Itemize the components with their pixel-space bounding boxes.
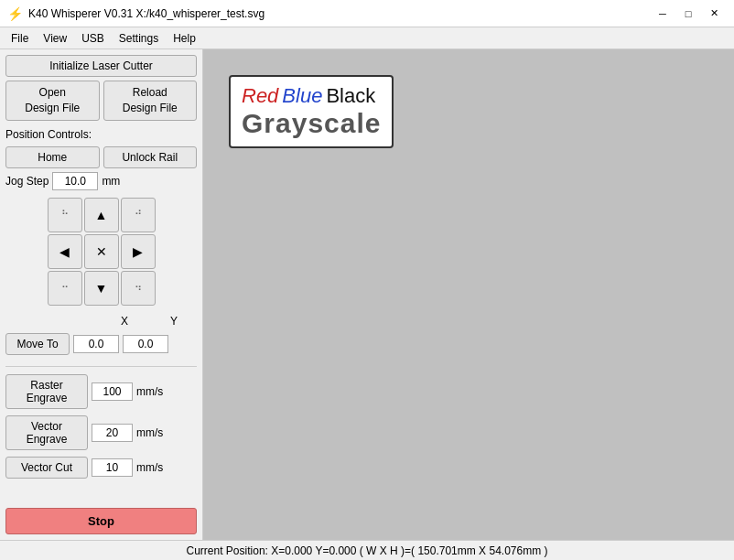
divider-1 xyxy=(5,366,197,367)
jog-down-right-button[interactable]: ⠲ xyxy=(121,271,156,306)
down-arrow-icon: ▼ xyxy=(95,281,108,296)
raster-engrave-row: Raster Engrave mm/s xyxy=(5,374,197,409)
raster-engrave-button[interactable]: Raster Engrave xyxy=(5,374,88,409)
menubar: File View USB Settings Help xyxy=(0,27,734,49)
preview-blue-text: Blue xyxy=(282,84,322,108)
vector-cut-input[interactable] xyxy=(92,458,133,477)
jog-dr-icon: ⠲ xyxy=(135,282,142,294)
vector-engrave-input[interactable] xyxy=(92,424,133,442)
status-text: Current Position: X=0.000 Y=0.000 ( W X … xyxy=(187,544,548,557)
stop-button[interactable]: Stop xyxy=(5,508,197,534)
preview-line1: Red Blue Black xyxy=(242,84,381,108)
preview-black-text: Black xyxy=(326,84,375,108)
center-icon: ✕ xyxy=(96,244,107,259)
vector-engrave-row: Vector Engrave mm/s xyxy=(5,415,197,450)
jog-up-right-button[interactable]: ⠚ xyxy=(121,198,156,232)
left-panel: Initialize Laser Cutter Open Design File… xyxy=(0,49,203,540)
y-coord-label: Y xyxy=(151,315,197,328)
jog-left-button[interactable]: ◀ xyxy=(48,234,82,269)
titlebar-controls: ─ □ ✕ xyxy=(650,4,727,24)
jog-ur-icon: ⠚ xyxy=(135,209,142,221)
raster-engrave-unit: mm/s xyxy=(136,385,163,398)
y-coord-input[interactable] xyxy=(123,335,168,353)
jog-step-label: Jog Step xyxy=(5,175,49,188)
moveto-row: Move To xyxy=(5,333,197,355)
reload-design-button[interactable]: Reload Design File xyxy=(103,81,198,121)
minimize-button[interactable]: ─ xyxy=(650,4,675,24)
menu-settings[interactable]: Settings xyxy=(112,30,166,47)
jog-grid: ⠓ ▲ ⠚ ◀ ✕ ▶ ⠒ ▼ xyxy=(48,198,156,306)
vector-cut-button[interactable]: Vector Cut xyxy=(5,457,88,479)
app-title: K40 Whisperer V0.31 X:/k40_whisperer_tes… xyxy=(28,7,264,20)
jog-up-left-button[interactable]: ⠓ xyxy=(48,198,82,232)
left-arrow-icon: ◀ xyxy=(59,244,70,259)
titlebar-left: ⚡ K40 Whisperer V0.31 X:/k40_whisperer_t… xyxy=(7,6,264,21)
jog-step-unit: mm xyxy=(102,175,120,188)
coord-labels: X Y xyxy=(73,315,197,328)
jog-down-left-button[interactable]: ⠒ xyxy=(48,271,82,306)
x-coord-label: X xyxy=(102,315,147,328)
vector-cut-row: Vector Cut mm/s xyxy=(5,457,197,479)
vector-engrave-button[interactable]: Vector Engrave xyxy=(5,415,88,450)
position-controls-label: Position Controls: xyxy=(5,128,197,141)
jog-step-row: Jog Step mm xyxy=(5,172,197,190)
up-arrow-icon: ▲ xyxy=(95,208,108,222)
raster-engrave-input[interactable] xyxy=(92,382,133,401)
menu-file[interactable]: File xyxy=(4,30,36,47)
close-button[interactable]: ✕ xyxy=(701,4,727,24)
x-coord-input[interactable] xyxy=(73,335,119,353)
home-unlock-row: Home Unlock Rail xyxy=(5,146,197,168)
preview-grayscale-text: Grayscale xyxy=(242,108,381,139)
jog-dl-icon: ⠒ xyxy=(61,282,69,294)
main-content: Initialize Laser Cutter Open Design File… xyxy=(0,49,734,540)
menu-view[interactable]: View xyxy=(36,30,74,47)
jog-center-button[interactable]: ✕ xyxy=(84,234,119,269)
jog-right-button[interactable]: ▶ xyxy=(121,234,156,269)
unlock-rail-button[interactable]: Unlock Rail xyxy=(103,146,198,168)
menu-help[interactable]: Help xyxy=(166,30,203,47)
preview-red-text: Red xyxy=(242,84,278,108)
vector-cut-unit: mm/s xyxy=(136,461,163,474)
jog-ul-icon: ⠓ xyxy=(61,209,69,221)
design-file-row: Open Design File Reload Design File xyxy=(5,81,197,121)
vector-engrave-unit: mm/s xyxy=(136,426,163,439)
design-preview: Red Blue Black Grayscale xyxy=(229,75,394,148)
canvas-area: Red Blue Black Grayscale xyxy=(203,49,734,540)
move-to-button[interactable]: Move To xyxy=(5,333,70,355)
jog-down-button[interactable]: ▼ xyxy=(84,271,119,306)
statusbar: Current Position: X=0.000 Y=0.000 ( W X … xyxy=(0,540,734,560)
jog-up-button[interactable]: ▲ xyxy=(84,198,119,232)
right-arrow-icon: ▶ xyxy=(133,244,143,259)
menu-usb[interactable]: USB xyxy=(74,30,112,47)
open-design-button[interactable]: Open Design File xyxy=(5,81,100,121)
app-icon: ⚡ xyxy=(7,6,23,21)
maximize-button[interactable]: □ xyxy=(675,4,701,24)
titlebar: ⚡ K40 Whisperer V0.31 X:/k40_whisperer_t… xyxy=(0,0,734,27)
home-button[interactable]: Home xyxy=(5,146,100,168)
initialize-button[interactable]: Initialize Laser Cutter xyxy=(5,55,197,77)
jog-step-input[interactable] xyxy=(52,172,98,190)
